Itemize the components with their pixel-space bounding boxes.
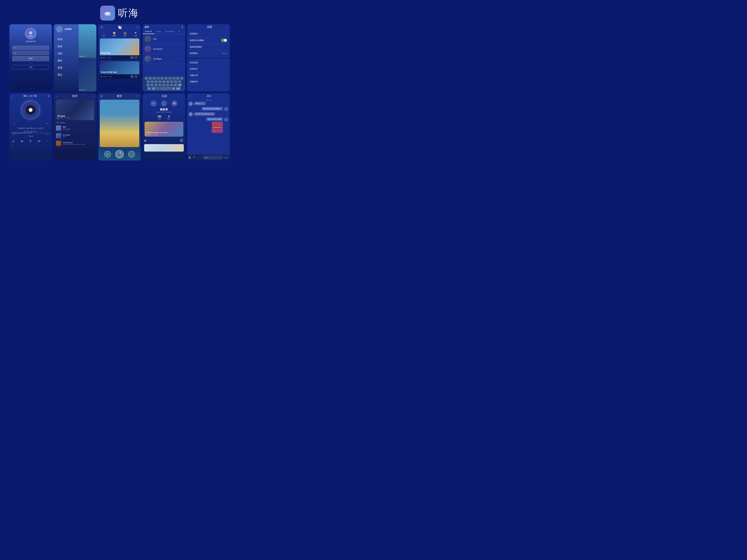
- next-arrow[interactable]: →: [45, 121, 49, 126]
- like-btn-fans[interactable]: ♡: [148, 139, 150, 142]
- key-r[interactable]: r: [156, 77, 160, 80]
- key-a[interactable]: a: [147, 80, 150, 83]
- key-j[interactable]: j: [170, 80, 174, 83]
- tab-playlists[interactable]: PLAYLISTS: [163, 29, 177, 34]
- prev-arrow[interactable]: ←: [12, 121, 16, 126]
- tab-tinghai[interactable]: 🎵 听海: [102, 31, 105, 37]
- progress-bar[interactable]: [12, 133, 49, 133]
- network-toggle[interactable]: [221, 38, 227, 42]
- key-t[interactable]: t: [160, 77, 164, 80]
- key-g[interactable]: g: [162, 80, 166, 83]
- key-d[interactable]: d: [154, 80, 158, 83]
- key-n[interactable]: n: [170, 84, 173, 86]
- photo-icon[interactable]: 🖼: [189, 156, 191, 159]
- chat-text-input[interactable]: 我先去: [203, 156, 223, 159]
- more-icon-chat[interactable]: ⋯: [199, 156, 202, 159]
- download-icon[interactable]: ⬇: [48, 95, 50, 98]
- artist-row-zui[interactable]: ZUI ›: [143, 34, 185, 44]
- key-o[interactable]: o: [176, 77, 179, 80]
- add-button[interactable]: +: [134, 56, 138, 59]
- key-m[interactable]: m: [174, 84, 177, 86]
- mic-icon-chat[interactable]: 🎤: [192, 156, 195, 159]
- key-fu[interactable]: 符: [147, 87, 151, 90]
- key-delete[interactable]: ⌫: [178, 84, 182, 86]
- key-z[interactable]: z: [150, 84, 154, 86]
- key-w[interactable]: w: [149, 77, 152, 80]
- tab-tags[interactable]: TAGS: [154, 29, 163, 34]
- key-b[interactable]: b: [166, 84, 170, 86]
- key-c[interactable]: c: [158, 84, 161, 86]
- key-v[interactable]: v: [162, 84, 165, 86]
- play-btn-fans[interactable]: ▶: [145, 139, 147, 142]
- equalizer-button[interactable]: ≡: [104, 151, 111, 158]
- login-button[interactable]: 登 录: [12, 56, 49, 61]
- key-space[interactable]: [160, 87, 171, 90]
- key-shift[interactable]: ⇧: [147, 84, 150, 86]
- play-button[interactable]: ▶: [130, 56, 134, 59]
- key-ying[interactable]: 英: [172, 87, 175, 90]
- artist-row-zuimarie[interactable]: Zui Marie ›: [143, 54, 185, 64]
- add-button2[interactable]: +: [134, 75, 138, 78]
- setting-feedback[interactable]: 意见反馈: [187, 59, 230, 66]
- key-e[interactable]: e: [153, 77, 156, 80]
- pause-icon[interactable]: ⏸: [29, 139, 32, 143]
- key-l[interactable]: l: [178, 80, 181, 83]
- track-item-gocrazy[interactable]: Go Crazy 2PM ›: [54, 132, 96, 140]
- setting-notifications[interactable]: 消息提示: [187, 31, 230, 37]
- setting-clear-cache[interactable]: 清理缓存 993KB: [187, 50, 230, 57]
- time-total: 04:14: [46, 133, 49, 135]
- add-button-fans[interactable]: +: [151, 101, 156, 106]
- key-h[interactable]: h: [166, 80, 170, 83]
- artist-row-zuikeyen[interactable]: Zui Keyen ›: [143, 44, 185, 54]
- setting-intro[interactable]: 功能介绍: [187, 72, 230, 79]
- play-button2[interactable]: ▶: [130, 75, 134, 78]
- tab-recommend[interactable]: ⭐ 推荐: [112, 31, 116, 37]
- message-button-fans[interactable]: ✉: [172, 101, 177, 106]
- tab-collect[interactable]: ❤ 收藏: [134, 31, 137, 37]
- setting-network[interactable]: 使用3G/4G网络: [187, 37, 230, 44]
- heart-icon[interactable]: ♡: [47, 139, 49, 143]
- setting-clear-app-cache[interactable]: 清理应用缓存: [187, 44, 230, 50]
- setting-rate[interactable]: 给我评分: [187, 66, 230, 72]
- next-icon[interactable]: ⏭: [38, 139, 41, 143]
- close-button[interactable]: ✕: [181, 25, 183, 28]
- key-p[interactable]: p: [180, 77, 183, 80]
- tab-artists[interactable]: ARTISTS: [143, 29, 154, 34]
- track-item-feelmysoul[interactable]: Feel My Soul Only The Horses / Scissor S…: [54, 140, 96, 147]
- key-period[interactable]: .: [156, 87, 159, 90]
- prev-icon[interactable]: ⏮: [20, 139, 23, 143]
- video-button[interactable]: 📹: [128, 151, 135, 158]
- mic-button[interactable]: 🎤: [115, 150, 124, 158]
- hamburger-icon-cap[interactable]: ☰: [101, 95, 103, 98]
- tab-channel[interactable]: 📻 频道: [124, 31, 127, 37]
- shuffle-icon[interactable]: ⇄: [12, 139, 15, 143]
- music-list-header: ☰ 🐚 ↻: [98, 24, 141, 31]
- setting-switch-account[interactable]: 切换账号: [187, 79, 230, 85]
- key-123[interactable]: 123: [151, 87, 156, 90]
- key-u[interactable]: u: [168, 77, 172, 80]
- tab-u[interactable]: U: [177, 29, 182, 34]
- email-field[interactable]: ✉: [12, 46, 49, 50]
- key-q[interactable]: q: [145, 77, 148, 80]
- search-query[interactable]: ZUI: [145, 25, 149, 28]
- password-field[interactable]: 🔒: [12, 51, 49, 55]
- key-goto[interactable]: 前往: [176, 87, 181, 90]
- key-x[interactable]: x: [154, 84, 158, 86]
- music-icon-chat[interactable]: ♩: [197, 156, 198, 159]
- artist-name-zuikeyen: Zui Keyen: [153, 48, 183, 50]
- send-button[interactable]: Send: [224, 157, 228, 158]
- key-k[interactable]: k: [174, 80, 177, 83]
- key-f[interactable]: f: [158, 80, 162, 83]
- key-i[interactable]: i: [172, 77, 176, 80]
- register-button[interactable]: 注 册: [12, 65, 49, 70]
- hamburger-icon[interactable]: ☰: [101, 26, 103, 29]
- key-y[interactable]: y: [164, 77, 168, 80]
- artist-name-fans: 鲸鱼君: [143, 108, 185, 111]
- track-item-chaoxi[interactable]: 潮汐 鲸鱼马戏团 ›: [54, 124, 96, 132]
- menu-right-panel: Bright D... Come O...: [79, 24, 96, 91]
- back-button[interactable]: ‹: [189, 26, 190, 29]
- add-btn-fans[interactable]: +: [180, 138, 183, 142]
- refresh-icon[interactable]: ↻: [137, 26, 138, 29]
- share-icon[interactable]: ↗: [11, 145, 13, 148]
- key-s[interactable]: s: [151, 80, 154, 83]
